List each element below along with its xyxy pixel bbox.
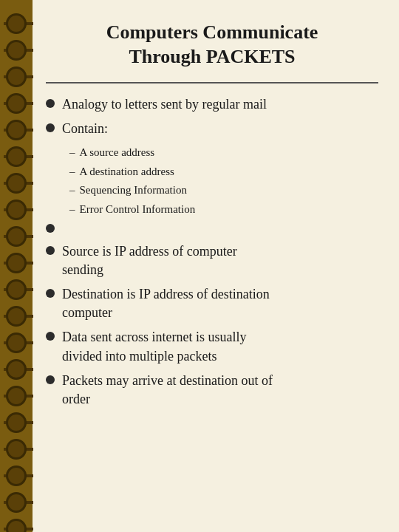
- spiral-binding: [0, 0, 33, 532]
- bullet-dot-lone: [46, 224, 55, 233]
- spiral-ring-16: [6, 412, 27, 433]
- analogy-text: Analogy to letters sent by regular mail: [62, 95, 267, 114]
- content-area: Computers Communicate Through PACKETS An…: [33, 0, 399, 532]
- spiral-ring-6: [6, 146, 27, 167]
- data-bullet: Data sent across internet is usually div…: [46, 328, 378, 365]
- sub-item-3: – Sequencing Information: [69, 182, 378, 199]
- analogy-line: Analogy to letters sent by regular mail: [46, 95, 378, 114]
- destination-text: Destination is IP address of destination…: [62, 285, 270, 322]
- packets-text: Packets may arrive at destination out of…: [62, 372, 273, 409]
- spiral-ring-14: [6, 359, 27, 380]
- page-container: Computers Communicate Through PACKETS An…: [0, 0, 399, 532]
- dash-2: –: [69, 163, 75, 180]
- destination-bullet: Destination is IP address of destination…: [46, 285, 378, 322]
- dash-3: –: [69, 182, 75, 199]
- packets-bullet: Packets may arrive at destination out of…: [46, 372, 378, 409]
- spiral-ring-20: [6, 519, 27, 532]
- sub-text-3: Sequencing Information: [80, 182, 187, 199]
- bullet-dot-destination: [46, 289, 55, 298]
- spiral-ring-4: [6, 93, 27, 114]
- source-bullet: Source is IP address of computer sending: [46, 242, 378, 279]
- bullet-dot-analogy: [46, 99, 55, 108]
- title-divider: [46, 82, 378, 83]
- spiral-ring-13: [6, 332, 27, 353]
- spiral-ring-12: [6, 306, 27, 327]
- spiral-ring-2: [6, 40, 27, 61]
- bullet-dot-source: [46, 246, 55, 255]
- bullet-dot-data: [46, 332, 55, 341]
- contain-text: Contain:: [62, 120, 108, 138]
- dash-4: –: [69, 201, 75, 218]
- sub-text-4: Error Control Information: [80, 201, 196, 218]
- spiral-ring-9: [6, 226, 27, 247]
- sub-text-1: A source address: [80, 144, 155, 161]
- spiral-ring-18: [6, 466, 27, 486]
- sub-item-4: – Error Control Information: [69, 201, 378, 218]
- sub-list: – A source address – A destination addre…: [69, 144, 378, 217]
- sub-text-2: A destination address: [80, 163, 174, 180]
- spiral-ring-10: [6, 253, 27, 273]
- spiral-ring-19: [6, 492, 27, 513]
- spiral-ring-5: [6, 120, 27, 140]
- spiral-ring-3: [6, 66, 27, 87]
- bullet-dot-packets: [46, 375, 55, 384]
- spiral-ring-1: [6, 13, 27, 34]
- contain-line: Contain:: [46, 120, 378, 138]
- sub-item-1: – A source address: [69, 144, 378, 161]
- dash-1: –: [69, 144, 75, 161]
- spiral-ring-7: [6, 173, 27, 194]
- data-text: Data sent across internet is usually div…: [62, 328, 246, 365]
- spiral-ring-8: [6, 200, 27, 220]
- source-text: Source is IP address of computer sending: [62, 242, 237, 279]
- lone-bullet: [46, 220, 378, 239]
- title-block: Computers Communicate Through PACKETS: [46, 21, 378, 69]
- bullet-dot-contain: [46, 123, 55, 132]
- sub-item-2: – A destination address: [69, 163, 378, 180]
- spiral-ring-11: [6, 279, 27, 300]
- spiral-ring-17: [6, 439, 27, 460]
- page-title: Computers Communicate Through PACKETS: [46, 21, 378, 69]
- spiral-ring-15: [6, 386, 27, 406]
